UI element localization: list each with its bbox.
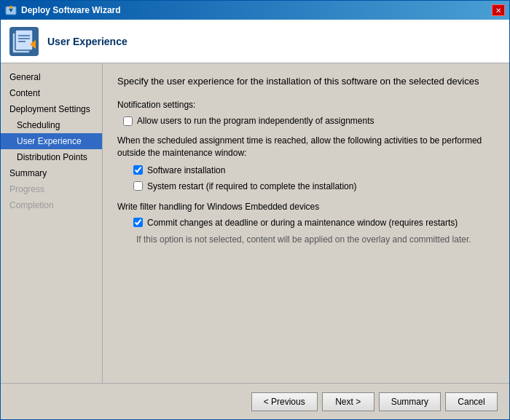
checkbox3-input[interactable]: [133, 181, 143, 191]
section-note: When the scheduled assignment time is re…: [117, 135, 495, 159]
sidebar: General Content Deployment Settings Sche…: [1, 63, 103, 383]
close-button[interactable]: ✕: [492, 4, 505, 16]
next-button[interactable]: Next >: [322, 392, 374, 411]
checkbox1-input[interactable]: [123, 116, 133, 126]
filter-label: Write filter handling for Windows Embedd…: [117, 202, 495, 212]
sidebar-item-deployment-settings[interactable]: Deployment Settings: [1, 101, 102, 117]
svg-rect-4: [15, 30, 33, 50]
wizard-header-icon: [9, 27, 39, 56]
checkbox3-label: System restart (if required to complete …: [147, 181, 356, 191]
checkbox1-row: Allow users to run the program independe…: [117, 116, 495, 126]
summary-button[interactable]: Summary: [379, 392, 441, 411]
footer: < Previous Next > Summary Cancel: [1, 383, 509, 419]
sidebar-item-content[interactable]: Content: [1, 85, 102, 101]
sub-note: If this option is not selected, content …: [136, 234, 495, 246]
sidebar-item-summary[interactable]: Summary: [1, 165, 102, 181]
sidebar-item-scheduling[interactable]: Scheduling: [1, 117, 102, 133]
checkbox2-row: Software installation: [117, 165, 495, 175]
title-bar: Deploy Software Wizard ✕: [1, 1, 509, 20]
previous-button[interactable]: < Previous: [251, 392, 318, 411]
checkbox2-input[interactable]: [133, 165, 143, 175]
svg-point-2: [9, 6, 12, 9]
header-area: User Experience: [1, 20, 509, 63]
main-description: Specify the user experience for the inst…: [117, 75, 495, 88]
checkbox2-label: Software installation: [147, 165, 225, 175]
sidebar-item-completion: Completion: [1, 197, 102, 213]
title-bar-text: Deploy Software Wizard: [21, 5, 121, 15]
checkbox3-row: System restart (if required to complete …: [117, 181, 495, 191]
notification-label: Notification settings:: [117, 100, 495, 110]
header-title: User Experience: [47, 36, 128, 47]
cancel-button[interactable]: Cancel: [445, 392, 498, 411]
sidebar-item-general[interactable]: General: [1, 69, 102, 85]
checkbox4-row: Commit changes at deadline or during a m…: [117, 218, 495, 228]
checkbox1-label: Allow users to run the program independe…: [137, 116, 374, 126]
wizard-title-icon: [5, 4, 17, 16]
checkbox4-label: Commit changes at deadline or during a m…: [147, 218, 458, 228]
sidebar-item-distribution-points[interactable]: Distribution Points: [1, 149, 102, 165]
wizard-window: Deploy Software Wizard ✕ User Experience…: [0, 0, 510, 420]
main-content: Specify the user experience for the inst…: [103, 63, 509, 383]
title-bar-left: Deploy Software Wizard: [5, 4, 121, 16]
checkbox4-input[interactable]: [133, 218, 143, 227]
sidebar-item-progress: Progress: [1, 181, 102, 197]
body-area: General Content Deployment Settings Sche…: [1, 63, 509, 383]
sidebar-item-user-experience[interactable]: User Experience: [1, 133, 102, 149]
header-icon: [9, 27, 39, 56]
